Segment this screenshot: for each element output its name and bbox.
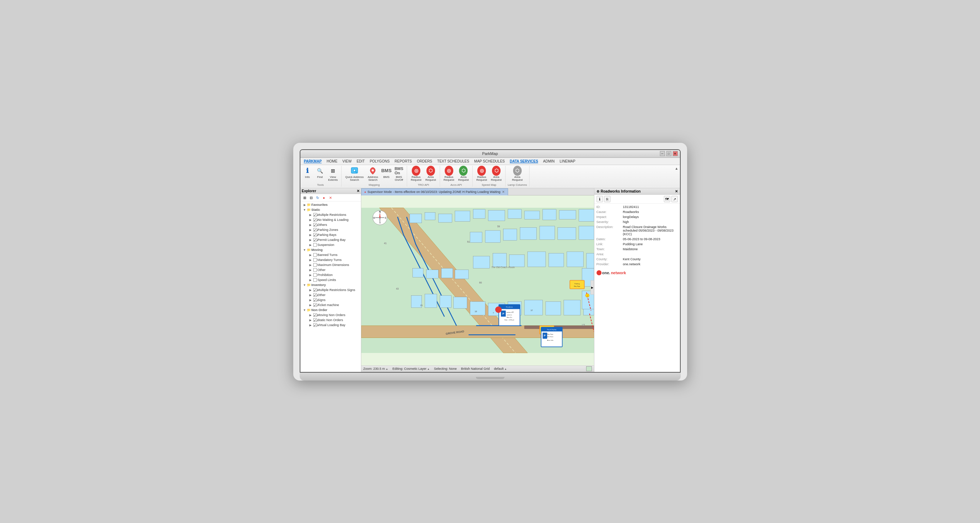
plb-checkbox[interactable]: ✓ [313,238,317,242]
pb-expand-icon[interactable]: ▶ [308,233,313,237]
mr-expand-icon[interactable]: ▶ [308,213,313,217]
tree-item-signs[interactable]: ▶ ✓ Signs [301,297,360,302]
sl-expand-icon[interactable]: ▶ [308,278,313,282]
signs-expand-icon[interactable]: ▶ [308,298,313,302]
pz-checkbox[interactable]: ✓ [313,228,317,232]
menu-text-schedules[interactable]: TEXT SCHEDULES [435,159,471,164]
info-button[interactable]: ℹ Info [302,166,313,180]
proh-expand-icon[interactable]: ▶ [308,273,313,277]
zoom-arrow-icon[interactable]: ▲ [386,368,388,370]
mt-expand-icon[interactable]: ▶ [308,258,313,262]
tree-item-permit-loading[interactable]: ▶ ✓ Permit Loading Bay [301,237,360,242]
bms-button[interactable]: BMS BMS [380,166,392,180]
tm-expand-icon[interactable]: ▶ [308,303,313,307]
roadworks-close-button[interactable]: ✕ [675,189,678,193]
tree-item-mrs[interactable]: ▶ ✓ Multiple Restrictions Signs [301,288,360,292]
menu-map-schedules[interactable]: MAP SCHEDULES [472,159,507,164]
menu-polygons[interactable]: POLYGONS [368,159,392,164]
mno-expand-icon[interactable]: ▶ [308,313,313,317]
tree-item-multiple-restrictions[interactable]: ▶ ✓ Multiple Restrictions [301,212,360,217]
tree-item-favourites[interactable]: ▶ 📁 Favourites [301,202,360,207]
mno-checkbox[interactable]: ✓ [313,313,317,317]
tm-checkbox[interactable]: ✓ [313,303,317,307]
tree-item-non-order[interactable]: ▼ 📁 Non Order [301,307,360,313]
close-button[interactable]: ✕ [673,151,678,156]
nw-checkbox[interactable]: ✓ [313,218,317,222]
tab-close-button[interactable]: ✕ [502,190,505,194]
minimize-button[interactable]: ─ [660,151,665,156]
menu-view[interactable]: VIEW [340,159,354,164]
susp-expand-icon[interactable]: ▶ [308,243,313,247]
sno-checkbox[interactable]: ✓ [313,318,317,322]
md-expand-icon[interactable]: ▶ [308,263,313,267]
nw-expand-icon[interactable]: ▶ [308,218,313,222]
maximize-button[interactable]: □ [667,151,671,156]
pb-checkbox[interactable]: ✓ [313,233,317,237]
tree-item-ticket-machine[interactable]: ▶ ✓ Ticket machine [301,302,360,307]
area-request-accs-button[interactable]: ⬡ AreaRequest [457,166,471,183]
area-request-tro-button[interactable]: ⬡ AreaRequest [424,166,438,183]
radius-request-speed-button[interactable]: ◎ RadiusRequest [475,166,488,183]
plb-expand-icon[interactable]: ▶ [308,238,313,242]
menu-linemap[interactable]: LINEMAP [557,159,578,164]
signs-checkbox[interactable]: ✓ [313,298,317,302]
rw-map-button[interactable]: 🗺 [664,196,670,202]
tree-item-speed-limits[interactable]: ▶ Speed Limits [301,277,360,283]
tree-item-static[interactable]: ▼ 📁 Static [301,207,360,212]
editing-arrow-icon[interactable]: ▲ [427,368,430,370]
address-search-button[interactable]: AddressSearch [366,166,380,183]
rw-copy-button[interactable]: ⎘ [604,196,611,202]
sno-expand-icon[interactable]: ▶ [308,318,313,322]
tree-item-max-dimensions[interactable]: ▶ Maximum Dimensions [301,262,360,267]
explorer-collapse-button[interactable]: ⊟ [308,195,314,200]
tree-item-inventory[interactable]: ▼ 📁 Inventory [301,283,360,288]
static-expand-icon[interactable]: ▼ [302,208,307,212]
menu-reports[interactable]: REPORTS [393,159,414,164]
map-panel-collapse-button[interactable]: ▶ [590,280,594,295]
find-button[interactable]: 🔍 Find [314,166,326,180]
menu-admin[interactable]: ADMIN [541,159,557,164]
md-checkbox[interactable] [313,263,317,267]
menu-parkmap[interactable]: PARKMAP [302,159,324,164]
quick-address-search-button[interactable]: Quick AddressSearch [344,166,365,183]
area-request-speed-button[interactable]: ⬡ AreaRequest [490,166,503,183]
map-view[interactable]: GROVE ROAD [361,196,594,365]
view-extents-button[interactable]: ⊞ ViewExtents [327,166,339,183]
tree-item-virtual-loading-bay[interactable]: ▶ ✓ Virtual Loading Bay [301,323,360,327]
bt-checkbox[interactable] [313,253,317,257]
explorer-expand-button[interactable]: ⊞ [302,195,307,200]
pz-expand-icon[interactable]: ▶ [308,228,313,232]
tree-item-no-waiting[interactable]: ▶ ✓ No Waiting & Loading [301,217,360,222]
bt-expand-icon[interactable]: ▶ [308,253,313,257]
tree-item-parking-zones[interactable]: ▶ ✓ Parking Zones [301,227,360,232]
mrs-checkbox[interactable]: ✓ [313,288,317,292]
tree-item-prohibition[interactable]: ▶ Prohibition [301,272,360,277]
tree-item-banned-turns[interactable]: ▶ Banned Turns [301,253,360,258]
tree-item-parking-bays[interactable]: ▶ ✓ Parking Bays [301,232,360,237]
oi-expand-icon[interactable]: ▶ [308,293,313,297]
rw-info-button[interactable]: ℹ [597,196,603,202]
oi-checkbox[interactable]: ✓ [313,293,317,297]
vlb-checkbox[interactable]: ✓ [313,323,317,327]
no-expand-icon[interactable]: ▼ [302,308,307,312]
explorer-add-button[interactable]: ● [321,195,327,200]
tree-item-suspension[interactable]: ▶ Suspension [301,242,360,247]
moving-expand-icon[interactable]: ▼ [302,248,307,252]
mrs-expand-icon[interactable]: ▶ [308,288,313,292]
om-expand-icon[interactable]: ▶ [308,268,313,272]
rw-external-button[interactable]: ↗ [671,196,678,202]
inv-expand-icon[interactable]: ▼ [302,283,307,287]
ribbon-collapse-button[interactable]: ▲ [675,167,679,170]
tree-item-static-non-orders[interactable]: ▶ ✓ Static Non Orders [301,318,360,323]
mr-checkbox[interactable]: ✓ [313,213,317,216]
tree-item-mandatory-turns[interactable]: ▶ Mandatory Turns [301,258,360,262]
map-tab[interactable]: ● Supervisor Mode - Items effective on 0… [361,188,508,196]
mt-checkbox[interactable] [313,258,317,262]
proh-checkbox[interactable] [313,273,317,277]
explorer-remove-button[interactable]: ✕ [328,195,333,200]
radius-request-tro-button[interactable]: ◎ RadiusRequest [409,166,423,183]
susp-checkbox[interactable] [313,243,317,246]
menu-home[interactable]: HOME [325,159,339,164]
bms-onoff-button[interactable]: BMSOn BMSOn/Off [393,166,405,183]
favourites-expand-icon[interactable]: ▶ [302,203,307,207]
